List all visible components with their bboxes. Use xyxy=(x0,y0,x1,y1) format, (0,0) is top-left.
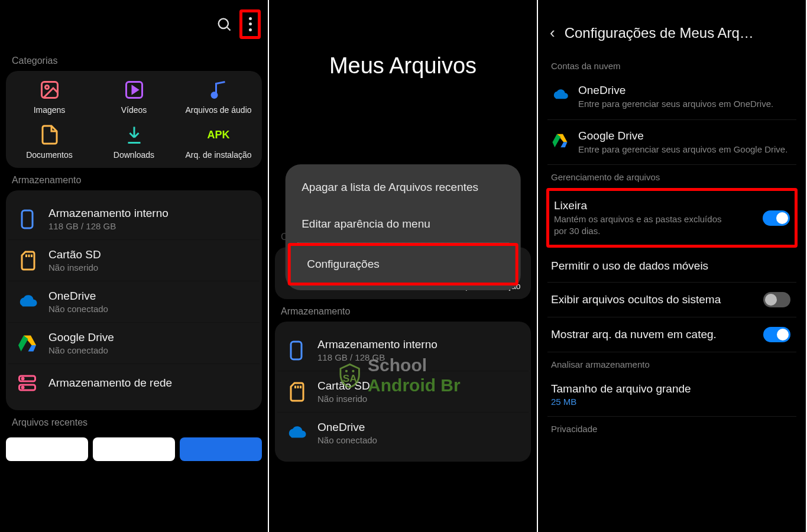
category-audio[interactable]: Arquivos de áudio xyxy=(177,79,260,115)
storage-label: Armazenamento xyxy=(0,168,268,190)
storage-internal[interactable]: Armazenamento interno118 GB / 128 GB xyxy=(277,330,529,371)
category-label: Documentos xyxy=(26,150,73,160)
category-label: Downloads xyxy=(114,150,154,160)
category-label: Vídeos xyxy=(121,105,147,115)
title: Permitir o uso de dados móveis xyxy=(551,259,708,273)
video-icon xyxy=(124,79,145,100)
setting-cloud-categories[interactable]: Mostrar arq. da nuvem em categ. xyxy=(547,317,796,352)
privacy-label: Privacidade xyxy=(538,417,806,437)
category-apk[interactable]: APK Arq. de instalação xyxy=(177,124,260,160)
subtitle: Não conectado xyxy=(48,345,114,355)
subtitle: Não conectado xyxy=(317,435,377,445)
subtitle: Entre para gerenciar seus arquivos em On… xyxy=(578,98,773,110)
document-icon xyxy=(39,124,60,145)
setting-trash[interactable]: LixeiraMantém os arquivos e as pastas ex… xyxy=(546,188,798,248)
subtitle: Entre para gerenciar seus arquivos em Go… xyxy=(578,144,787,155)
storage-onedrive[interactable]: OneDriveNão conectado xyxy=(277,413,529,453)
top-bar xyxy=(0,0,268,48)
svg-point-16 xyxy=(22,378,24,379)
cloud-cat-toggle[interactable] xyxy=(763,327,790,342)
category-label: Imagens xyxy=(34,105,66,115)
hidden-toggle[interactable] xyxy=(763,292,790,307)
categories-label: Categorias xyxy=(0,48,268,71)
subtitle: Não conectado xyxy=(48,304,108,314)
onedrive-icon xyxy=(286,423,307,444)
menu-settings[interactable]: Configurações xyxy=(287,243,518,286)
download-icon xyxy=(124,124,145,145)
setting-mobile-data[interactable]: Permitir o uso de dados móveis xyxy=(547,250,796,283)
gdrive-icon xyxy=(17,333,38,354)
category-downloads[interactable]: Downloads xyxy=(93,124,175,160)
title: Lixeira xyxy=(554,199,731,212)
svg-marker-26 xyxy=(560,142,567,147)
menu-edit-appearance[interactable]: Editar aparência do menu xyxy=(285,206,521,242)
title: OneDrive xyxy=(578,84,773,97)
storage-sdcard[interactable]: Cartão SDNão inserido xyxy=(8,240,260,281)
subtitle: 118 GB / 128 GB xyxy=(317,352,437,362)
recent-thumb[interactable] xyxy=(93,437,175,461)
setting-gdrive[interactable]: Google DriveEntre para gerenciar seus ar… xyxy=(547,120,796,166)
subtitle: Mantém os arquivos e as pastas excluídos… xyxy=(554,213,731,236)
settings-header: ‹ Configurações de Meus Arq… xyxy=(538,0,806,54)
recent-thumbnails xyxy=(0,433,268,466)
svg-marker-5 xyxy=(132,86,138,93)
svg-point-3 xyxy=(45,86,48,89)
category-label: Arq. de instalação xyxy=(185,150,251,160)
app-title: Meus Arquivos xyxy=(269,0,537,114)
title: Armazenamento interno xyxy=(317,338,437,351)
phone-icon xyxy=(17,209,38,230)
recent-thumb[interactable] xyxy=(180,437,262,461)
category-videos[interactable]: Vídeos xyxy=(93,79,175,115)
storage-onedrive[interactable]: OneDriveNão conectado xyxy=(8,281,260,323)
subtitle: Não inserido xyxy=(48,262,101,273)
back-icon[interactable]: ‹ xyxy=(550,24,555,42)
audio-icon xyxy=(208,79,229,100)
setting-hidden-files[interactable]: Exibir arquivos ocultos do sistema xyxy=(547,283,796,317)
svg-line-1 xyxy=(227,27,230,30)
analyze-storage-label: Analisar armazenamento xyxy=(538,352,806,373)
storage-card: Armazenamento interno118 GB / 128 GB Car… xyxy=(6,190,262,410)
title: OneDrive xyxy=(317,421,377,434)
storage-internal[interactable]: Armazenamento interno118 GB / 128 GB xyxy=(8,199,260,240)
title: Tamanho de arquivo grande xyxy=(551,382,691,395)
search-icon[interactable] xyxy=(216,16,232,33)
apk-icon: APK xyxy=(208,124,229,145)
svg-marker-13 xyxy=(18,335,28,351)
title: Exibir arquivos ocultos do sistema xyxy=(551,293,721,306)
storage-card: Armazenamento interno118 GB / 128 GB Car… xyxy=(275,322,531,462)
svg-point-17 xyxy=(22,387,24,388)
category-images[interactable]: Imagens xyxy=(8,79,90,115)
category-documents[interactable]: Documentos xyxy=(8,124,90,160)
svg-point-6 xyxy=(212,93,217,98)
subtitle: Não inserido xyxy=(317,394,370,404)
recent-label: Arquivos recentes xyxy=(0,410,268,433)
title: Google Drive xyxy=(578,129,787,142)
onedrive-icon xyxy=(551,86,569,104)
more-menu-icon[interactable] xyxy=(248,16,252,33)
storage-gdrive[interactable]: Google DriveNão conectado xyxy=(8,323,260,364)
sdcard-icon xyxy=(17,250,38,271)
image-icon xyxy=(39,79,60,100)
storage-sdcard[interactable]: Cartão SDNão inserido xyxy=(277,371,529,413)
onedrive-icon xyxy=(17,291,38,313)
title: Mostrar arq. da nuvem em categ. xyxy=(551,328,717,341)
context-menu: Apagar a lista de Arquivos recentes Edit… xyxy=(285,164,521,290)
title: Cartão SD xyxy=(317,379,370,392)
recent-thumb[interactable] xyxy=(6,437,88,461)
svg-marker-12 xyxy=(28,345,37,352)
title: Armazenamento de rede xyxy=(48,377,172,390)
storage-label: Armazenamento xyxy=(269,299,537,322)
file-management-label: Gerenciamento de arquivos xyxy=(538,165,806,186)
category-label: Arquivos de áudio xyxy=(185,105,251,115)
title: Armazenamento interno xyxy=(48,207,168,220)
trash-toggle[interactable] xyxy=(763,210,790,226)
cloud-accounts-label: Contas da nuvem xyxy=(538,54,806,74)
setting-onedrive[interactable]: OneDriveEntre para gerenciar seus arquiv… xyxy=(547,74,796,120)
storage-network[interactable]: Armazenamento de rede xyxy=(8,364,260,402)
setting-large-file[interactable]: Tamanho de arquivo grande25 MB xyxy=(547,373,796,417)
svg-rect-18 xyxy=(291,342,302,359)
svg-rect-7 xyxy=(22,210,33,228)
settings-title: Configurações de Meus Arq… xyxy=(565,25,754,41)
menu-clear-recent[interactable]: Apagar a lista de Arquivos recentes xyxy=(285,169,521,206)
sdcard-icon xyxy=(286,381,307,403)
